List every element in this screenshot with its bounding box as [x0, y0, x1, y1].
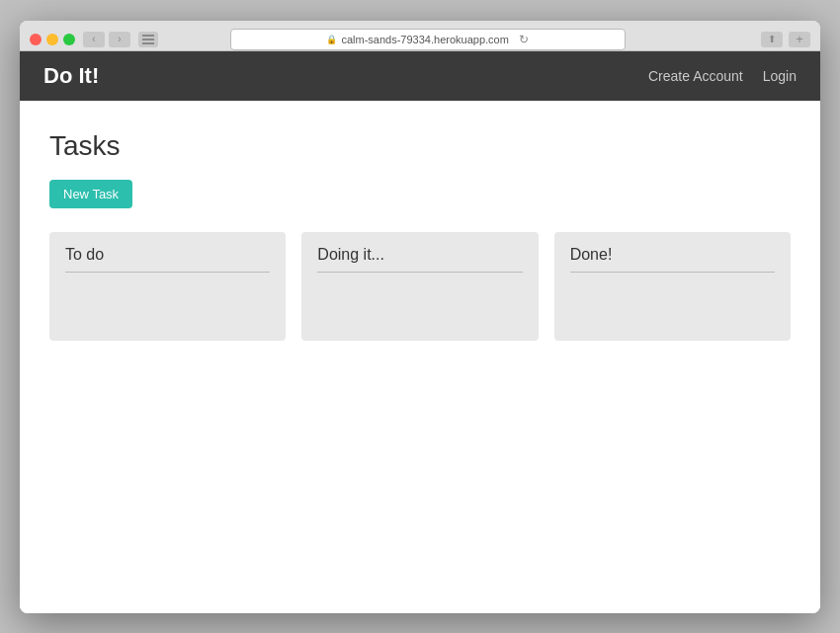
- address-bar[interactable]: 🔒 calm-sands-79334.herokuapp.com ↻: [230, 29, 626, 50]
- app-container: Do It! Create Account Login Tasks New Ta…: [20, 51, 820, 613]
- create-account-link[interactable]: Create Account: [648, 68, 743, 84]
- traffic-lights: [30, 34, 75, 45]
- browser-actions: ⬆ +: [761, 32, 810, 47]
- done-column-title: Done!: [570, 246, 775, 273]
- close-button[interactable]: [30, 34, 42, 45]
- app-main: Tasks New Task To do Doing it... Done!: [20, 101, 820, 613]
- back-button[interactable]: ‹: [83, 32, 105, 47]
- nav-buttons: ‹ ›: [83, 32, 130, 47]
- new-task-button[interactable]: New Task: [49, 180, 132, 208]
- app-navbar: Do It! Create Account Login: [20, 51, 820, 101]
- share-button[interactable]: ⬆: [761, 32, 783, 47]
- columns-container: To do Doing it... Done!: [49, 232, 791, 341]
- browser-window: ‹ › 🔒 calm-sands-79334.herokuapp.com ↻: [20, 21, 820, 613]
- browser-chrome: ‹ › 🔒 calm-sands-79334.herokuapp.com ↻: [20, 21, 820, 51]
- lock-icon: 🔒: [326, 35, 337, 44]
- refresh-icon[interactable]: ↻: [519, 33, 529, 46]
- doing-column-title: Doing it...: [317, 246, 522, 273]
- browser-top-row: ‹ › 🔒 calm-sands-79334.herokuapp.com ↻: [30, 29, 810, 50]
- todo-column: To do: [49, 232, 286, 341]
- url-text: calm-sands-79334.herokuapp.com: [341, 34, 508, 45]
- app-brand[interactable]: Do It!: [43, 63, 99, 89]
- add-tab-button[interactable]: +: [789, 32, 810, 47]
- sidebar-toggle[interactable]: [138, 32, 158, 47]
- todo-column-title: To do: [65, 246, 270, 273]
- doing-column: Doing it...: [301, 232, 538, 341]
- maximize-button[interactable]: [63, 34, 75, 45]
- login-link[interactable]: Login: [763, 68, 797, 84]
- svg-rect-2: [142, 42, 154, 44]
- page-title: Tasks: [49, 130, 791, 162]
- svg-rect-0: [142, 35, 154, 37]
- minimize-button[interactable]: [46, 34, 58, 45]
- done-column: Done!: [554, 232, 791, 341]
- app-nav-links: Create Account Login: [648, 68, 797, 84]
- svg-rect-1: [142, 39, 154, 40]
- forward-button[interactable]: ›: [109, 32, 130, 47]
